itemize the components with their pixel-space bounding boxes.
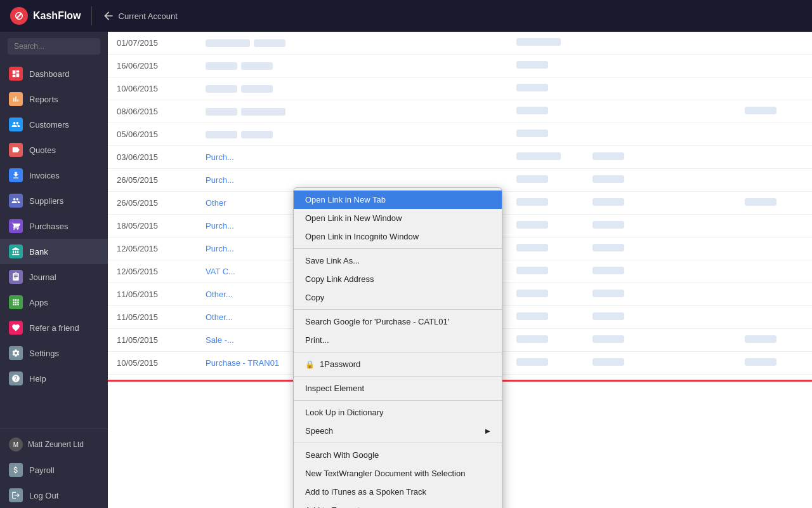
cm-separator-5 bbox=[294, 400, 502, 401]
cm-1password-label: 1Password bbox=[320, 359, 360, 369]
cm-separator-2 bbox=[294, 309, 502, 310]
cm-separator-3 bbox=[294, 352, 502, 352]
cm-inspect[interactable]: Inspect Element bbox=[294, 379, 502, 398]
context-menu-overlay[interactable]: Open Link in New Tab Open Link in New Wi… bbox=[0, 0, 812, 508]
cm-save-link[interactable]: Save Link As... bbox=[294, 251, 502, 270]
cm-lookup[interactable]: Look Up in Dictionary bbox=[294, 403, 502, 422]
cm-1password-icon: 🔒 bbox=[305, 360, 315, 369]
cm-open-incognito-label: Open Link in Incognito Window bbox=[305, 232, 419, 241]
cm-copy[interactable]: Copy bbox=[294, 288, 502, 307]
cm-1password[interactable]: 🔒 1Password bbox=[294, 355, 502, 373]
cm-new-textwrangler[interactable]: New TextWrangler Document with Selection bbox=[294, 464, 502, 483]
cm-lookup-label: Look Up in Dictionary bbox=[305, 408, 384, 417]
cm-1password-inner: 🔒 1Password bbox=[305, 359, 360, 369]
cm-inspect-label: Inspect Element bbox=[305, 384, 364, 393]
cm-speech[interactable]: Speech ▶ bbox=[294, 422, 502, 440]
cm-search-with-google[interactable]: Search With Google bbox=[294, 446, 502, 464]
cm-save-link-label: Save Link As... bbox=[305, 256, 360, 265]
cm-open-new-window[interactable]: Open Link in New Window bbox=[294, 209, 502, 227]
cm-add-evernote[interactable]: Add to Evernote bbox=[294, 501, 502, 508]
cm-search-with-google-label: Search With Google bbox=[305, 450, 379, 460]
cm-add-itunes-label: Add to iTunes as a Spoken Track bbox=[305, 487, 426, 497]
cm-search-google-label: Search Google for 'Purchase - CATL01' bbox=[305, 317, 449, 326]
cm-copy-link[interactable]: Copy Link Address bbox=[294, 270, 502, 288]
cm-search-google[interactable]: Search Google for 'Purchase - CATL01' bbox=[294, 312, 502, 331]
cm-open-new-tab-label: Open Link in New Tab bbox=[305, 195, 386, 204]
cm-separator-1 bbox=[294, 248, 502, 249]
cm-print[interactable]: Print... bbox=[294, 331, 502, 349]
cm-separator-6 bbox=[294, 443, 502, 443]
cm-print-label: Print... bbox=[305, 335, 329, 345]
context-menu: Open Link in New Tab Open Link in New Wi… bbox=[293, 187, 502, 508]
cm-open-new-window-label: Open Link in New Window bbox=[305, 213, 402, 223]
cm-add-itunes[interactable]: Add to iTunes as a Spoken Track bbox=[294, 483, 502, 501]
cm-open-new-tab[interactable]: Open Link in New Tab bbox=[294, 190, 502, 209]
cm-open-incognito[interactable]: Open Link in Incognito Window bbox=[294, 227, 502, 246]
cm-copy-label: Copy bbox=[305, 293, 324, 302]
cm-separator-4 bbox=[294, 376, 502, 377]
cm-new-textwrangler-label: New TextWrangler Document with Selection bbox=[305, 469, 465, 478]
cm-add-evernote-label: Add to Evernote bbox=[305, 505, 364, 508]
cm-speech-label: Speech bbox=[305, 426, 333, 436]
cm-copy-link-label: Copy Link Address bbox=[305, 274, 374, 284]
cm-speech-arrow: ▶ bbox=[485, 427, 490, 434]
